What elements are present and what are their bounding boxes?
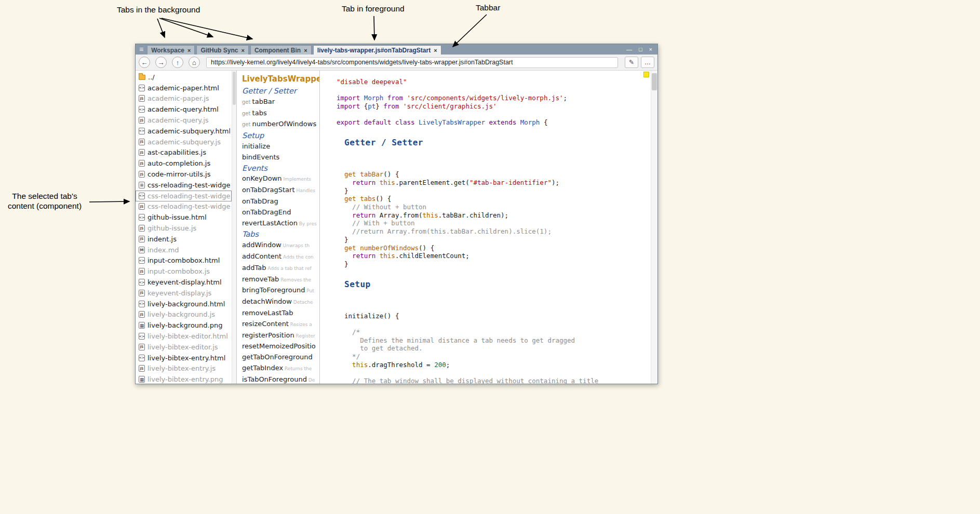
file-row[interactable]: JScode-mirror-utils.js [136,169,232,180]
outline-section[interactable]: Tabs [242,229,319,240]
code-line: //return Array.from(this.tabBar.children… [337,227,651,236]
file-row[interactable]: JSacademic-subquery.js [136,137,232,147]
file-row[interactable]: <>academic-subquery.html [136,126,232,137]
code-line [337,369,651,377]
file-row[interactable]: <>input-combobox.html [136,255,232,266]
tab-close-icon[interactable]: × [304,47,307,53]
file-row[interactable]: JSgithub-issue.js [136,223,232,234]
file-name: input-combobox.html [147,256,220,264]
outline-item-label: detachWindow [242,297,292,305]
outline-item[interactable]: getTabOnForeground [242,352,319,363]
file-name: academic-paper.html [147,84,219,92]
outline-item[interactable]: get tabBar [242,97,319,108]
file-row[interactable]: JSacademic-query.js [136,115,232,126]
outline-item[interactable]: onTabDragStart Handles [242,185,319,196]
tab-content: ../<>academic-paper.htmlJSacademic-paper… [136,71,657,384]
file-row[interactable]: ▦lively-bibtex-entry.png [136,374,232,384]
outline-item[interactable]: addWindow Unwraps th [242,240,319,251]
file-name: css-reloading-test-widget.ht [147,192,230,200]
tab-close-icon[interactable]: × [241,47,244,53]
more-button[interactable]: … [641,57,654,68]
tab-background[interactable]: Workspace× [147,45,195,55]
file-row[interactable]: <>keyevent-display.html [136,277,232,288]
up-button[interactable]: ↑ [172,57,183,68]
file-row[interactable]: JSacademic-paper.js [136,93,232,104]
outline-item[interactable]: resizeContent Resizes a [242,319,319,330]
outline-item[interactable]: removeTab Removes the [242,274,319,286]
tab-background[interactable]: Component Bin× [250,45,312,55]
file-row[interactable]: JSlively-bibtex-entry.js [136,363,232,374]
file-scrollbar[interactable] [232,71,236,384]
file-row[interactable]: JSindent.js [136,234,232,245]
outline-item[interactable]: registerPosition Register [242,330,319,342]
outline-section[interactable]: Setup [242,130,319,141]
file-row[interactable]: ≡css-reloading-test-widget.cs [136,180,232,191]
back-button[interactable]: ← [139,57,150,68]
outline-section[interactable]: Events [242,163,319,174]
minimize-button[interactable]: — [626,44,632,55]
code-line: import {pt} from 'src/client/graphics.js… [337,102,651,111]
outline-item[interactable]: bringToForeground Put [242,285,319,296]
outline-item[interactable]: addTab Adds a tab that ref [242,263,319,274]
outline-item[interactable]: initialize [242,141,319,152]
code-line: initialize() { [337,312,651,320]
outline-section[interactable]: Getter / Setter [242,86,319,97]
file-row[interactable]: JSinput-combobox.js [136,266,232,277]
scrollbar-thumb[interactable] [233,72,236,105]
tab-close-icon[interactable]: × [434,47,437,53]
outline-item[interactable]: onTabDrag [242,196,319,207]
outline-item[interactable]: onTabDragEnd [242,207,319,218]
file-row[interactable]: JSauto-completion.js [136,158,232,169]
tab-foreground[interactable]: lively-tabs-wrapper.js#onTabDragStart× [313,45,441,55]
file-name: code-mirror-utils.js [147,170,211,178]
outline-item-label: revertLastAction [242,219,298,227]
tab-background[interactable]: GitHub Sync× [196,45,248,55]
code-editor-pane[interactable]: "disable deepeval"import Morph from 'src… [320,71,657,384]
file-row[interactable]: JSlively-background.js [136,309,232,320]
outline-item[interactable]: revertLastAction By pres [242,218,319,229]
file-row[interactable]: Mindex.md [136,245,232,255]
outline-item[interactable]: addContent Adds the con [242,251,319,263]
file-name: input-combobox.js [147,267,210,275]
file-row[interactable]: <>lively-bibtex-entry.html [136,353,232,363]
code-scrollbar[interactable] [651,71,657,384]
file-row[interactable]: <>github-issue.html [136,212,232,223]
html-icon: <> [139,301,145,307]
file-row[interactable]: <>lively-bibtex-editor.html [136,331,232,342]
file-row[interactable]: <>css-reloading-test-widget.ht [136,191,232,201]
maximize-button[interactable]: □ [639,44,642,55]
file-row[interactable]: <>academic-paper.html [136,83,232,93]
html-icon: <> [139,193,145,199]
file-row[interactable]: JSkeyevent-display.js [136,288,232,299]
file-row[interactable]: ../ [136,72,232,83]
file-row[interactable]: <>academic-query.html [136,104,232,115]
window-close-button[interactable]: × [649,44,652,55]
menu-icon[interactable]: ≡ [136,44,147,55]
forward-button[interactable]: → [155,57,167,68]
scrollbar-thumb[interactable] [652,73,657,90]
outline-item[interactable]: resetMemoizedPositio [242,341,319,352]
outline-item[interactable]: detachWindow Detache [242,296,319,308]
file-row[interactable]: ▦lively-background.png [136,320,232,331]
outline-item[interactable]: onKeyDown Implements [242,173,319,185]
outline-item[interactable]: get tabs [242,108,319,119]
file-row[interactable]: JScss-reloading-test-widget.js [136,201,232,212]
outline-item[interactable]: removeLastTab [242,308,319,319]
home-button[interactable]: ⌂ [189,57,200,68]
code-editor[interactable]: "disable deepeval"import Morph from 'src… [320,71,651,384]
outline-item[interactable]: bindEvents [242,152,319,163]
file-row[interactable]: JSast-capabilities.js [136,147,232,158]
code-line: */ [337,353,651,361]
outline-item[interactable]: get numberOfWindows [242,119,319,130]
file-row[interactable]: <>lively-background.html [136,299,232,309]
edit-button[interactable]: ✎ [625,57,638,68]
outline-item-label: registerPosition [242,331,294,339]
url-input[interactable] [206,57,618,68]
js-icon: JS [139,225,145,232]
arrow [374,16,374,40]
outline-item[interactable]: isTabOnForeground De [242,374,319,384]
tab-close-icon[interactable]: × [187,47,191,53]
file-row[interactable]: JSlively-bibtex-editor.js [136,342,232,353]
arrow [453,15,487,47]
outline-item[interactable]: getTabIndex Returns the [242,363,319,374]
